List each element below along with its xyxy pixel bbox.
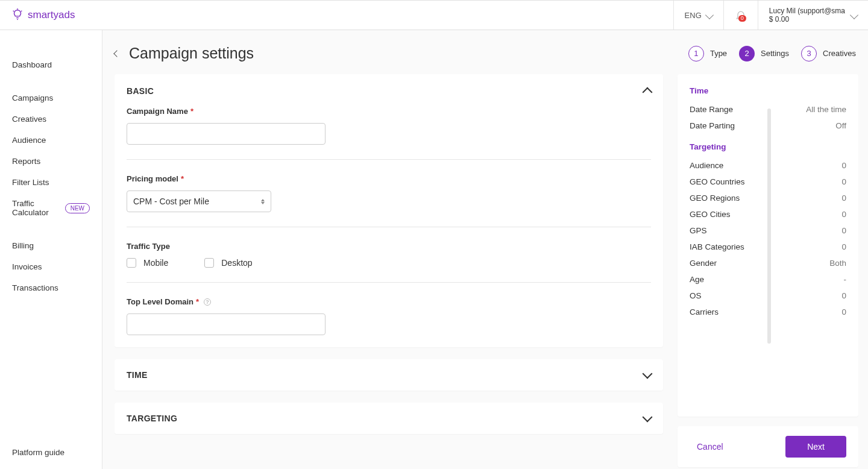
pricing-model-select[interactable]: CPM - Cost per Mile <box>127 190 271 212</box>
user-menu[interactable]: Lucy Mil (support@sma $ 0.00 <box>758 1 868 30</box>
sidebar-item-dashboard[interactable]: Dashboard <box>0 54 102 75</box>
card-targeting-header[interactable]: TARGETING <box>127 414 651 423</box>
tld-label: Top Level Domain * ? <box>127 297 651 306</box>
required-mark: * <box>190 107 193 116</box>
checkbox-label: Mobile <box>143 258 168 268</box>
card-basic-header[interactable]: BASIC <box>127 86 651 96</box>
next-button[interactable]: Next <box>785 436 846 458</box>
label-text: Pricing model <box>127 174 178 183</box>
summary-value: 0 <box>841 161 846 170</box>
summary-label: Age <box>690 275 704 284</box>
select-arrows-icon <box>261 199 265 204</box>
svg-line-4 <box>21 11 22 11</box>
card-title: TARGETING <box>127 414 177 423</box>
svg-line-3 <box>13 11 14 11</box>
required-mark: * <box>196 297 199 306</box>
info-icon[interactable]: ? <box>204 298 211 306</box>
new-badge: NEW <box>65 203 90 213</box>
sidebar-item-label: Dashboard <box>12 60 52 69</box>
campaign-name-input[interactable] <box>127 123 326 145</box>
required-mark: * <box>181 174 184 183</box>
traffic-type-label: Traffic Type <box>127 242 651 251</box>
sidebar-item-filterlists[interactable]: Filter Lists <box>0 172 102 193</box>
sidebar-item-label: Campaigns <box>12 93 53 102</box>
back-button[interactable] <box>113 50 120 57</box>
language-value: ENG <box>685 11 702 20</box>
traffic-mobile-checkbox[interactable]: Mobile <box>127 258 168 268</box>
sidebar-item-reports[interactable]: Reports <box>0 151 102 172</box>
step-number: 2 <box>739 46 755 61</box>
checkbox-box <box>127 258 136 268</box>
brand-text: smartyads <box>28 9 75 21</box>
user-name: Lucy Mil (support@sma <box>769 7 845 15</box>
pricing-model-label: Pricing model * <box>127 174 651 183</box>
scrollbar[interactable] <box>767 109 771 344</box>
sidebar: Dashboard Campaigns Creatives Audience R… <box>0 30 102 469</box>
wizard-steps: 1 Type 2 Settings 3 Creatives <box>688 46 856 61</box>
chevron-down-icon <box>643 412 653 423</box>
checkbox-label: Desktop <box>221 258 252 268</box>
sidebar-item-billing[interactable]: Billing <box>0 235 102 256</box>
summary-label: Carriers <box>690 307 719 316</box>
select-value: CPM - Cost per Mile <box>133 197 209 206</box>
sidebar-item-transactions[interactable]: Transactions <box>0 277 102 298</box>
card-title: TIME <box>127 370 148 380</box>
summary-label: GEO Cities <box>690 210 731 219</box>
summary-value: 0 <box>841 194 846 203</box>
chevron-down-icon <box>643 369 653 379</box>
step-type[interactable]: 1 Type <box>688 46 727 61</box>
sidebar-item-label: Reports <box>12 157 40 166</box>
main-content: Campaign settings 1 Type 2 Settings 3 Cr… <box>102 30 868 469</box>
summary-value: 0 <box>841 291 846 300</box>
sidebar-item-audience[interactable]: Audience <box>0 130 102 151</box>
user-balance: $ 0.00 <box>769 15 845 24</box>
language-selector[interactable]: ENG <box>673 1 723 30</box>
form-column: BASIC Campaign Name * <box>115 74 667 467</box>
summary-label: Audience <box>690 161 723 170</box>
step-creatives[interactable]: 3 Creatives <box>801 46 856 61</box>
checkbox-box <box>204 258 214 268</box>
card-targeting: TARGETING <box>115 403 663 434</box>
step-settings[interactable]: 2 Settings <box>739 46 789 61</box>
sidebar-item-label: Audience <box>12 136 46 145</box>
sidebar-item-label: Traffic Calculator <box>12 199 60 217</box>
sidebar-item-creatives[interactable]: Creatives <box>0 109 102 130</box>
page-header: Campaign settings 1 Type 2 Settings 3 Cr… <box>102 30 868 74</box>
card-time-header[interactable]: TIME <box>127 370 651 380</box>
sidebar-item-label: Transactions <box>12 283 58 292</box>
summary-value: 0 <box>841 210 846 219</box>
sidebar-item-campaigns[interactable]: Campaigns <box>0 87 102 109</box>
step-label: Creatives <box>823 49 856 58</box>
traffic-desktop-checkbox[interactable]: Desktop <box>204 258 252 268</box>
sidebar-item-platformguide[interactable]: Platform guide <box>0 442 102 469</box>
summary-label: GPS <box>690 226 707 235</box>
sidebar-item-label: Creatives <box>12 115 46 124</box>
sidebar-item-trafficcalculator[interactable]: Traffic Calculator NEW <box>0 193 102 223</box>
card-title: BASIC <box>127 86 154 96</box>
sidebar-item-label: Billing <box>12 241 34 250</box>
summary-label: Date Parting <box>690 121 735 130</box>
brand-logo[interactable]: smartyads <box>11 8 75 22</box>
label-text: Top Level Domain <box>127 297 193 306</box>
topbar-right: ENG 0 Lucy Mil (support@sma $ 0.00 <box>673 1 868 30</box>
sidebar-item-label: Platform guide <box>12 448 64 457</box>
label-text: Campaign Name <box>127 107 188 116</box>
notifications-button[interactable]: 0 <box>723 1 758 30</box>
cancel-button[interactable]: Cancel <box>690 437 731 456</box>
sidebar-item-label: Invoices <box>12 262 42 271</box>
summary-time-header: Time <box>690 86 846 95</box>
step-number: 1 <box>688 46 704 61</box>
tld-input[interactable] <box>127 313 326 335</box>
summary-value: 0 <box>841 242 846 251</box>
campaign-name-label: Campaign Name * <box>127 107 651 116</box>
summary-label: GEO Regions <box>690 194 740 203</box>
sidebar-item-invoices[interactable]: Invoices <box>0 256 102 277</box>
chevron-down-icon <box>705 11 714 19</box>
summary-value: 0 <box>841 226 846 235</box>
summary-value: All the time <box>806 105 846 114</box>
summary-label: IAB Categories <box>690 242 744 251</box>
summary-value: Both <box>829 259 846 268</box>
summary-label: OS <box>690 291 702 300</box>
card-basic: BASIC Campaign Name * <box>115 74 663 347</box>
page-title: Campaign settings <box>129 45 254 62</box>
